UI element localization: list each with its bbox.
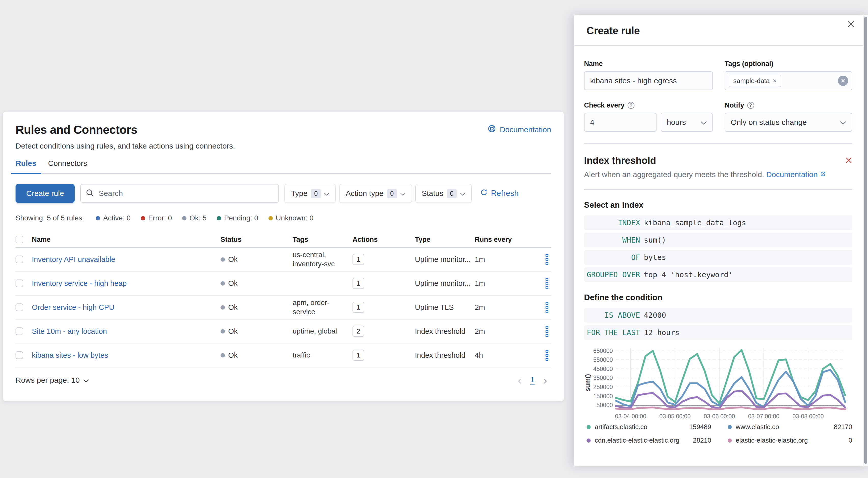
rule-type: Uptime TLS bbox=[415, 303, 475, 311]
legend-item[interactable]: www.elastic.co82170 bbox=[728, 423, 852, 431]
refresh-button[interactable]: Refresh bbox=[480, 188, 519, 199]
expression-grouped-over[interactable]: GROUPED OVERtop 4 'host.keyword' bbox=[584, 267, 852, 282]
legend-item[interactable]: elastic-elastic-elastic.org0 bbox=[728, 437, 852, 444]
rule-type-doc-link[interactable]: Documentation bbox=[766, 170, 826, 179]
row-checkbox[interactable] bbox=[16, 256, 23, 263]
rule-actions-cell: 1 bbox=[352, 254, 415, 265]
check-every-label: Check every ? bbox=[584, 101, 713, 109]
remove-tag-icon[interactable]: × bbox=[773, 77, 777, 85]
tags-field[interactable]: sample-data × × bbox=[724, 71, 852, 90]
flyout-scrollbar[interactable] bbox=[863, 15, 868, 466]
status-count-unknown: Unknown: 0 bbox=[269, 214, 313, 222]
expression-of[interactable]: OFbytes bbox=[584, 250, 852, 265]
table-row: Order service - high CPUOkapm, order-ser… bbox=[16, 296, 551, 320]
row-checkbox[interactable] bbox=[16, 351, 23, 359]
clear-tags-icon[interactable]: × bbox=[838, 76, 848, 86]
legend-item[interactable]: artifacts.elastic.co159489 bbox=[587, 423, 711, 431]
kebab-dot bbox=[546, 350, 548, 353]
column-header-actions[interactable]: Actions bbox=[352, 236, 415, 244]
tags-field-group: Tags (optional) sample-data × × bbox=[724, 60, 852, 90]
expression-index[interactable]: INDEXkibana_sample_data_logs bbox=[584, 215, 852, 230]
name-field[interactable]: kibana sites - high egress bbox=[584, 71, 713, 90]
chart-tick-label: 03-07 00:00 bbox=[748, 413, 779, 420]
column-header-runs-every[interactable]: Runs every bbox=[475, 236, 542, 244]
flyout-header: Create rule bbox=[574, 15, 868, 46]
threshold-preview-chart: sum() 5000015000025000035000045000055000… bbox=[584, 345, 852, 421]
rule-type-description-text: Alert when an aggregated query meets the… bbox=[584, 170, 764, 179]
prev-page-button[interactable]: ‹ bbox=[518, 375, 522, 385]
row-menu-icon[interactable] bbox=[542, 326, 552, 337]
scrollbar-thumb[interactable] bbox=[864, 17, 867, 464]
chevron-down-icon bbox=[840, 118, 846, 127]
rule-type-header: Index threshold bbox=[584, 155, 852, 166]
rule-name-link[interactable]: Site 10m - any location bbox=[32, 327, 221, 335]
remove-rule-type-icon[interactable] bbox=[845, 157, 852, 165]
check-every-value-input[interactable]: 4 bbox=[584, 113, 657, 132]
help-icon[interactable]: ? bbox=[627, 102, 634, 109]
rule-tags: uptime, global bbox=[292, 327, 352, 336]
page-number[interactable]: 1 bbox=[530, 375, 535, 385]
tag-pill[interactable]: sample-data × bbox=[729, 74, 781, 87]
rule-name-link[interactable]: kibana sites - low bytes bbox=[32, 351, 221, 360]
help-icon[interactable]: ? bbox=[747, 102, 754, 109]
chevron-down-icon bbox=[400, 189, 405, 198]
expression-when[interactable]: WHENsum() bbox=[584, 233, 852, 247]
chart-tick-label: 03-05 00:00 bbox=[659, 413, 691, 420]
tab-rules[interactable]: Rules bbox=[11, 159, 41, 173]
legend-dot bbox=[728, 439, 732, 443]
column-header-status[interactable]: Status bbox=[221, 236, 292, 244]
row-checkbox[interactable] bbox=[16, 327, 23, 335]
rules-and-connectors-panel: Rules and Connectors Documentation Detec… bbox=[3, 111, 564, 401]
filter-label: Type bbox=[291, 189, 307, 198]
status-dot bbox=[141, 216, 145, 220]
tab-connectors[interactable]: Connectors bbox=[43, 159, 92, 173]
filter-type[interactable]: Type0 bbox=[284, 184, 336, 203]
actions-count-badge: 1 bbox=[352, 350, 364, 361]
expression-keyword: GROUPED OVER bbox=[584, 270, 640, 279]
notify-select[interactable]: Only on status change bbox=[724, 113, 852, 132]
rule-name-link[interactable]: Inventory service - high heap bbox=[32, 279, 221, 288]
row-menu-icon[interactable] bbox=[542, 254, 552, 265]
check-every-unit-select[interactable]: hours bbox=[661, 113, 713, 132]
rule-status: Ok bbox=[221, 351, 292, 360]
external-link-icon bbox=[820, 170, 826, 179]
close-icon[interactable] bbox=[847, 20, 855, 29]
row-menu-icon[interactable] bbox=[542, 350, 552, 361]
status-count-active: Active: 0 bbox=[96, 214, 130, 222]
row-menu-icon[interactable] bbox=[542, 302, 552, 313]
rule-name-link[interactable]: Inventory API unavailable bbox=[32, 255, 221, 264]
expression-for-the-last[interactable]: FOR THE LAST12 hours bbox=[584, 325, 852, 340]
filter-action-type[interactable]: Action type0 bbox=[339, 184, 411, 203]
search-input[interactable]: Search bbox=[80, 184, 279, 203]
rule-type: Uptime monitor... bbox=[415, 279, 475, 288]
rule-actions-cell: 1 bbox=[352, 302, 415, 313]
showing-count: Showing: 5 of 5 rules. bbox=[16, 214, 84, 222]
create-rule-button[interactable]: Create rule bbox=[16, 184, 74, 203]
table-body: Inventory API unavailableOkus-central, i… bbox=[16, 248, 551, 367]
legend-series-name: artifacts.elastic.co bbox=[595, 423, 685, 431]
legend-item[interactable]: cdn.elastic-elastic-elastic.org28210 bbox=[587, 437, 711, 444]
legend-dot bbox=[587, 439, 591, 443]
select-all-checkbox[interactable] bbox=[16, 236, 23, 243]
rows-per-page-select[interactable]: Rows per page: 10 bbox=[16, 376, 89, 385]
condition-expression-list: IS ABOVE42000FOR THE LAST12 hours bbox=[584, 308, 852, 340]
next-page-button[interactable]: › bbox=[543, 375, 547, 385]
toolbar: Create rule Search Type0Action type0Stat… bbox=[16, 184, 551, 203]
column-header-type[interactable]: Type bbox=[415, 236, 475, 244]
status-text: Ok bbox=[228, 279, 238, 288]
kebab-dot bbox=[546, 310, 548, 313]
expression-is-above[interactable]: IS ABOVE42000 bbox=[584, 308, 852, 323]
filter-count-badge: 0 bbox=[447, 189, 457, 198]
column-header-name[interactable]: Name bbox=[32, 236, 221, 244]
row-checkbox[interactable] bbox=[16, 303, 23, 311]
name-value: kibana sites - high egress bbox=[590, 77, 677, 85]
filter-status[interactable]: Status0 bbox=[415, 184, 472, 203]
row-menu-icon[interactable] bbox=[542, 278, 552, 289]
actions-count-badge: 1 bbox=[352, 278, 364, 289]
legend-series-name: elastic-elastic-elastic.org bbox=[736, 437, 844, 444]
rule-type: Index threshold bbox=[415, 327, 475, 335]
row-checkbox[interactable] bbox=[16, 279, 23, 287]
column-header-tags[interactable]: Tags bbox=[292, 236, 352, 244]
documentation-link[interactable]: Documentation bbox=[488, 124, 551, 135]
rule-name-link[interactable]: Order service - high CPU bbox=[32, 303, 221, 311]
